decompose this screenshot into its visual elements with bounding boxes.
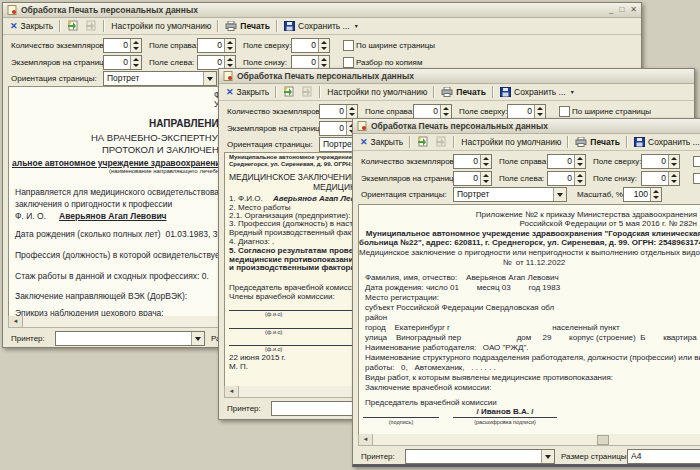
scroll-left-icon[interactable]: ◄ <box>225 386 239 397</box>
defaults-button[interactable]: Настройки по умолчанию <box>324 87 430 97</box>
per-page-value[interactable]: 0 <box>104 56 130 69</box>
preview-page-disabled-button[interactable] <box>298 86 316 97</box>
margin-right-stepper[interactable]: 0 <box>197 38 236 53</box>
preview-page-button[interactable] <box>280 86 298 97</box>
spinner-arrows-icon[interactable] <box>668 155 679 168</box>
collate-checkbox[interactable] <box>693 173 700 184</box>
fit-width-checkbox[interactable] <box>559 106 570 117</box>
preview-page-button[interactable] <box>414 136 432 147</box>
margin-bottom-value[interactable]: 0 <box>642 172 668 185</box>
close-button[interactable]: ✕Закрыть <box>7 21 56 31</box>
printer-icon <box>225 21 237 31</box>
margin-right-value[interactable]: 0 <box>548 155 574 168</box>
close-button[interactable]: ✕Закрыть <box>223 87 272 97</box>
scale-stepper[interactable]: 100 <box>623 187 662 202</box>
copies-stepper[interactable]: 0 <box>103 38 142 53</box>
preview-page-disabled-button[interactable] <box>82 20 100 31</box>
defaults-button[interactable]: Настройки по умолчанию <box>108 21 214 31</box>
printer-icon <box>441 87 453 97</box>
save-button[interactable]: Сохранить ...▾ <box>281 21 361 31</box>
dropdown-arrow-icon[interactable] <box>191 332 204 345</box>
copies-value[interactable]: 0 <box>320 105 346 118</box>
dropdown-arrow-icon[interactable] <box>203 72 216 85</box>
titlebar[interactable]: Обработка Печать персональных данных _ □… <box>3 3 641 18</box>
spinner-arrows-icon[interactable] <box>130 39 141 52</box>
spinner-arrows-icon[interactable] <box>534 105 545 118</box>
orientation-select[interactable]: Портрет <box>453 187 567 202</box>
copies-stepper[interactable]: 0 <box>453 154 492 169</box>
printer-icon <box>575 137 587 147</box>
copies-label: Количество экземпляров: <box>11 41 106 50</box>
print-button[interactable]: Печать <box>222 21 273 31</box>
app-document-icon <box>7 5 17 15</box>
copies-stepper[interactable]: 0 <box>319 104 358 119</box>
spinner-arrows-icon[interactable] <box>574 172 585 185</box>
doc-stamp: М. П. <box>229 362 248 371</box>
preview-page-button[interactable] <box>64 20 82 31</box>
signature-caption: (ф.и.о) <box>265 346 282 352</box>
print-button[interactable]: Печать <box>438 87 489 97</box>
preview-page-disabled-button[interactable] <box>432 136 450 147</box>
copies-value[interactable]: 0 <box>104 39 130 52</box>
margin-left-value[interactable]: 0 <box>548 172 574 185</box>
spinner-arrows-icon[interactable] <box>574 155 585 168</box>
orientation-select[interactable]: Портрет <box>103 71 217 86</box>
floppy-disk-icon <box>284 21 295 31</box>
dropdown-arrow-icon[interactable] <box>553 188 566 201</box>
doc-line: город Екатеринбург г населенный пункт <box>365 323 620 332</box>
margin-top-value[interactable]: 0 <box>508 105 534 118</box>
margin-top-value[interactable]: 0 <box>642 155 668 168</box>
printer-select[interactable] <box>405 449 555 464</box>
margin-top-value[interactable]: 0 <box>292 39 318 52</box>
titlebar[interactable]: Обработка Печать персональных данных <box>353 119 700 134</box>
copies-value[interactable]: 0 <box>454 155 480 168</box>
page-size-input[interactable]: A4 <box>627 449 700 464</box>
scrollbar-thumb[interactable] <box>597 435 609 445</box>
save-button[interactable]: Сохранить ...▾ <box>497 87 577 97</box>
close-icon[interactable]: ✕ <box>630 5 637 15</box>
fit-width-checkbox[interactable] <box>693 156 700 167</box>
margin-bottom-stepper[interactable]: 0 <box>641 171 680 186</box>
margin-top-stepper[interactable]: 0 <box>507 104 546 119</box>
spinner-arrows-icon[interactable] <box>318 39 329 52</box>
minimize-icon[interactable]: _ <box>609 5 613 15</box>
doc-org-line: Муниципальное автономное учреждение здра… <box>359 229 700 238</box>
per-page-value[interactable]: 0 <box>454 172 480 185</box>
doc-line: Члены врачебной комиссии: <box>229 292 335 301</box>
margin-right-stepper[interactable]: 0 <box>547 154 586 169</box>
margin-left-stepper[interactable]: 0 <box>547 171 586 186</box>
scale-value[interactable]: 100 <box>624 188 650 201</box>
close-button[interactable]: ✕Закрыть <box>357 137 406 147</box>
spinner-arrows-icon[interactable] <box>346 105 357 118</box>
margin-top-stepper[interactable]: 0 <box>641 154 680 169</box>
printer-select[interactable] <box>55 331 205 346</box>
toolbar-separator <box>103 20 105 32</box>
print-button[interactable]: Печать <box>572 137 623 147</box>
spinner-arrows-icon[interactable] <box>224 39 235 52</box>
scroll-left-icon[interactable]: ◄ <box>9 316 23 327</box>
per-page-stepper[interactable]: 0 <box>453 171 492 186</box>
toolbar-separator <box>567 136 569 148</box>
per-page-stepper[interactable]: 0 <box>103 55 142 70</box>
scroll-left-icon[interactable]: ◄ <box>359 434 373 445</box>
titlebar[interactable]: Обработка Печать персональных данных <box>219 69 694 84</box>
fit-width-checkbox[interactable] <box>343 40 354 51</box>
margin-right-value[interactable]: 0 <box>198 39 224 52</box>
spinner-arrows-icon[interactable] <box>480 155 491 168</box>
spinner-arrows-icon[interactable] <box>668 172 679 185</box>
defaults-button[interactable]: Настройки по умолчанию <box>458 137 564 147</box>
collate-checkbox[interactable] <box>343 57 354 68</box>
spinner-arrows-icon[interactable] <box>440 105 451 118</box>
save-button[interactable]: Сохранить ...▾ <box>631 137 700 147</box>
margin-right-value[interactable]: 0 <box>414 105 440 118</box>
spinner-arrows-icon[interactable] <box>650 188 661 201</box>
per-page-value[interactable]: 0 <box>320 122 346 135</box>
spinner-arrows-icon[interactable] <box>130 56 141 69</box>
horizontal-scrollbar[interactable]: ◄ <box>358 434 700 446</box>
margin-right-stepper[interactable]: 0 <box>413 104 452 119</box>
document-preview[interactable]: Приложение №2 к приказу Министерства здр… <box>358 204 700 436</box>
spinner-arrows-icon[interactable] <box>480 172 491 185</box>
maximize-icon[interactable]: □ <box>619 5 624 15</box>
dropdown-arrow-icon[interactable] <box>541 450 554 463</box>
margin-top-stepper[interactable]: 0 <box>291 38 330 53</box>
